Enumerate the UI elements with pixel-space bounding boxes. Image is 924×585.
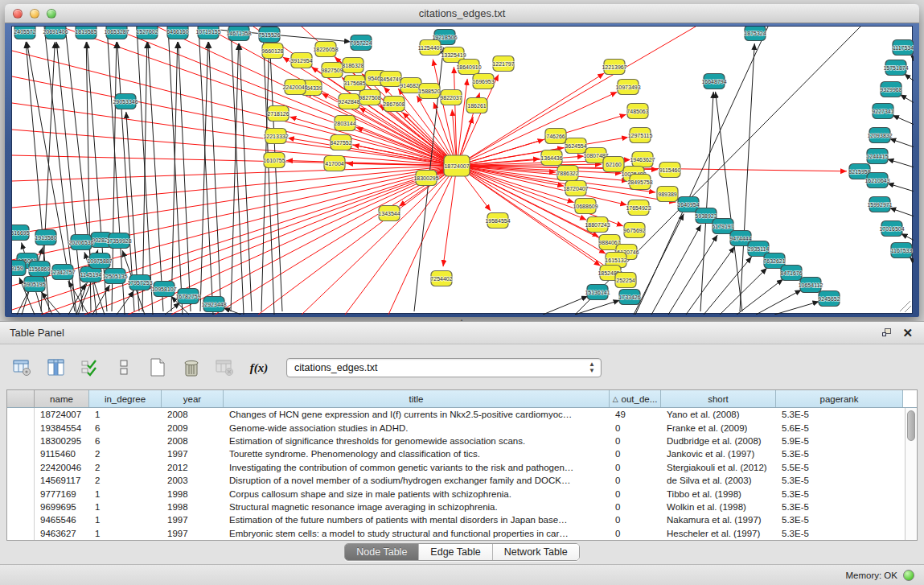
network-node-label: 9675692 (623, 228, 645, 233)
cell-out_de: 0 (610, 449, 661, 459)
table-row[interactable]: 911546021997Tourette syndrome. Phenomeno… (7, 447, 905, 460)
node-table: namein_degreeyeartitle△out_de...shortpag… (6, 389, 918, 541)
show-columns-button[interactable] (42, 355, 71, 381)
table-row[interactable]: 977716911998Corpus callosum shape and si… (7, 487, 905, 500)
table-row[interactable]: 2242004622012Investigating the contribut… (7, 461, 905, 474)
network-node-label: 16210643 (864, 178, 889, 183)
column-header-title[interactable]: title (224, 390, 610, 407)
network-node-label: 10688609 (573, 204, 598, 209)
cell-title: Investigating the contribution of common… (224, 463, 610, 472)
network-node-label: 1145194 (80, 272, 102, 278)
cell-name: 18300295 (35, 436, 89, 446)
network-node-label: 9827508 (359, 95, 380, 101)
float-panel-icon[interactable] (882, 328, 893, 338)
minimize-window-icon[interactable] (30, 9, 39, 19)
network-node-label: 14671358 (226, 31, 251, 36)
network-node-label: 10973493 (615, 84, 640, 90)
cell-name: 9115460 (35, 449, 89, 459)
cell-in_degree: 1 (89, 515, 162, 525)
cell-name: 9465546 (35, 515, 89, 525)
network-node-label: 8471676 (780, 270, 802, 276)
cell-year: 2008 (162, 410, 224, 419)
network-node-label: 2405572 (14, 29, 35, 35)
delete-column-button-disabled[interactable] (211, 355, 240, 381)
network-node-label: 2935114 (748, 246, 770, 252)
sort-ascending-icon: △ (613, 395, 618, 403)
network-node-label: 9474444 (729, 236, 751, 241)
cell-pagerank: 5.3E-5 (776, 449, 903, 459)
cell-in_degree: 1 (89, 410, 162, 419)
cell-short: Jankovic et al. (1997) (661, 449, 776, 459)
network-node-label: 10958107 (151, 286, 176, 292)
cell-title: Estimation of the future numbers of pati… (224, 515, 610, 525)
tab-node-table[interactable]: Node Table (345, 544, 419, 560)
new-table-button[interactable] (143, 355, 172, 381)
network-window: citations_edges.txt 24055722069140618195… (5, 4, 919, 317)
network-node-label: 17016504 (879, 226, 904, 232)
network-node-label: 19218506 (432, 35, 457, 40)
memory-status-label: Memory: OK (845, 571, 897, 580)
tab-network-table[interactable]: Network Table (493, 544, 579, 560)
function-builder-button[interactable]: f(x) (244, 355, 273, 381)
cell-out_de: 49 (610, 410, 661, 419)
table-panel-header: Table Panel ✕ (0, 321, 924, 344)
network-node-label: 8215958 (848, 169, 870, 175)
close-panel-icon[interactable]: ✕ (902, 328, 913, 338)
column-header-year[interactable]: year (162, 390, 224, 407)
close-window-icon[interactable] (13, 9, 23, 19)
cell-year: 2008 (162, 436, 224, 446)
cell-short: Nakamura et al. (1997) (661, 515, 776, 525)
table-row[interactable]: 969969511998Structural magnetic resonanc… (7, 501, 905, 513)
table-scrollbar-thumb[interactable] (907, 410, 915, 441)
cell-name: 9777169 (35, 489, 89, 499)
zoom-window-icon[interactable] (47, 9, 56, 19)
table-panel: Table Panel ✕ f(x) citat (0, 321, 924, 585)
column-header-short[interactable]: short (661, 390, 776, 407)
network-node-label: 18720407 (563, 186, 588, 192)
table-select-dropdown[interactable]: citations_edges.txt ▲▼ (286, 358, 602, 377)
network-node-label: 12923448 (201, 302, 226, 307)
cell-pagerank: 5.5E-5 (776, 463, 903, 472)
cell-year: 1998 (162, 502, 224, 512)
network-node-label: 12093832 (867, 133, 892, 138)
cell-title: Embryonic stem cells: a model to study s… (224, 529, 610, 538)
table-row[interactable]: 1872400712008Changes of HCN gene express… (7, 408, 905, 421)
network-node-label: 15136141 (585, 290, 610, 295)
table-settings-button[interactable] (8, 355, 37, 381)
table-row[interactable]: 946362711997Embryonic stem cells: a mode… (7, 527, 905, 540)
table-row[interactable]: 1938455462009Genome-wide association stu… (7, 421, 905, 434)
network-node-label: 9329968 (880, 87, 901, 93)
cell-year: 1997 (162, 449, 224, 459)
table-row[interactable]: 1456911722003Disruption of a novel membe… (7, 474, 905, 487)
cell-out_de: 0 (610, 489, 661, 499)
column-header-out_de[interactable]: △out_de... (610, 390, 661, 407)
cell-title: Tourette syndrome. Phenomenology and cla… (224, 449, 610, 459)
network-node-label: 15751874 (883, 65, 908, 71)
cell-out_de: 0 (610, 529, 661, 538)
window-titlebar[interactable]: citations_edges.txt (5, 4, 919, 23)
network-node-label: 9822037 (440, 95, 462, 101)
cell-pagerank: 5.3E-5 (776, 410, 903, 419)
network-node-label: 18300295 (413, 175, 438, 181)
column-header-in_degree[interactable]: in_degree (89, 390, 162, 407)
network-canvas[interactable]: 2405572206914061819585106532871527602646… (11, 26, 913, 314)
table-scrollbar[interactable] (905, 408, 917, 540)
cell-name: 14569117 (35, 476, 89, 485)
network-node-label: 1167533 (891, 248, 913, 253)
select-all-rows-button[interactable] (76, 355, 105, 381)
column-header-name[interactable]: name (35, 390, 89, 407)
column-header-pagerank[interactable]: pagerank (776, 390, 903, 407)
canvas-resize-grip[interactable] (900, 301, 911, 312)
clear-row-selection-button[interactable] (109, 355, 138, 381)
tab-edge-table[interactable]: Edge Table (419, 544, 492, 560)
table-row[interactable]: 946554611997Estimation of the future num… (7, 513, 905, 526)
network-node-label: 7254402 (430, 276, 452, 282)
cell-title: Disruption of a novel member of a sodium… (224, 476, 610, 485)
network-node-label: 1527602 (136, 29, 158, 35)
network-node-label: 252254 (616, 278, 634, 283)
table-row[interactable]: 1830029562008Estimation of significance … (7, 435, 905, 447)
cell-year: 1997 (162, 515, 224, 525)
delete-table-button[interactable] (177, 355, 206, 381)
cell-short: Wolkin et al. (1998) (661, 502, 776, 512)
cell-short: Franke et al. (2009) (661, 423, 776, 433)
